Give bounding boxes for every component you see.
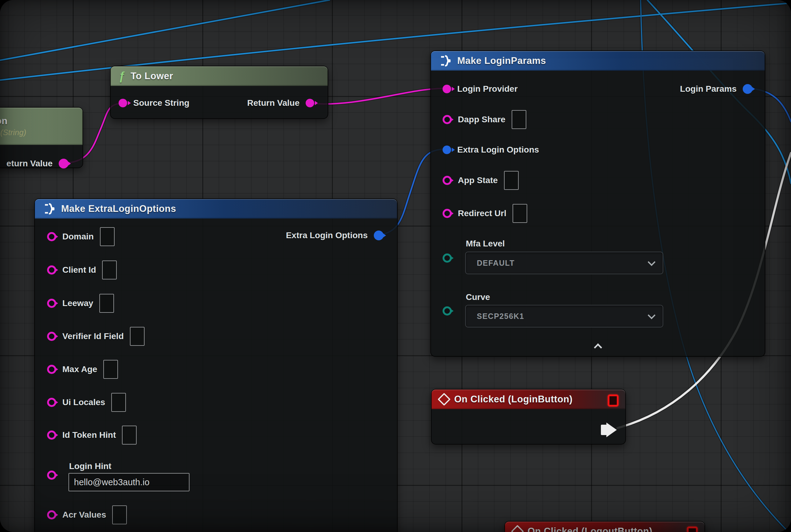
pin-label: eturn Value (6, 159, 53, 169)
extra-login-options-pin[interactable] (443, 146, 451, 154)
node-title: On Clicked (LogoutButton) (527, 526, 653, 532)
login-params-output-pin[interactable] (743, 84, 752, 94)
pin-label: Max Age (62, 364, 97, 374)
pin-label: Login Params (680, 84, 737, 94)
pin-label: Redirect Url (458, 209, 506, 218)
chevron-down-icon (648, 258, 655, 266)
return-value-pin[interactable] (306, 99, 314, 107)
client-id-pin[interactable] (47, 265, 56, 274)
login-provider-pin[interactable] (443, 85, 451, 93)
curve-dropdown[interactable]: SECP256K1 (465, 305, 663, 327)
domain-pin[interactable] (47, 232, 56, 241)
mfa-level-value: DEFAULT (477, 259, 515, 268)
pin-label: Leeway (62, 299, 93, 308)
event-icon (438, 393, 450, 406)
bound-event-icon[interactable] (607, 394, 619, 407)
redirect-url-value-field[interactable] (513, 204, 527, 223)
acr-values-pin[interactable] (47, 510, 56, 519)
pin-label: Acr Values (62, 510, 106, 520)
redirect-url-pin[interactable] (443, 209, 452, 218)
pin-label: Ui Locales (62, 397, 105, 407)
extra-login-options-output-pin[interactable] (374, 230, 384, 240)
chevron-down-icon (648, 311, 655, 319)
ui-locales-pin[interactable] (47, 398, 56, 407)
source-string-pin[interactable] (119, 99, 127, 107)
curve-value: SECP256K1 (477, 312, 524, 321)
node-get-text-partial[interactable]: tion ox (String) eturn Value (0, 107, 83, 168)
ui-locales-value-field[interactable] (111, 393, 126, 412)
leeway-value-field[interactable] (99, 294, 114, 313)
event-icon (511, 525, 524, 532)
pin-label: Return Value (247, 98, 300, 108)
max-age-value-field[interactable] (103, 360, 118, 379)
mfa-level-label: Mfa Level (466, 239, 505, 249)
login-hint-input[interactable]: hello@web3auth.io (69, 473, 190, 491)
node-onclicked-loginbutton[interactable]: On Clicked (LoginButton) (431, 389, 626, 444)
id-token-hint-pin[interactable] (47, 431, 56, 440)
leeway-pin[interactable] (47, 299, 56, 308)
pin-label: App State (458, 175, 498, 185)
login-hint-value: hello@web3auth.io (74, 477, 150, 487)
login-hint-pin[interactable] (47, 471, 56, 480)
exec-output-pin[interactable] (606, 422, 617, 437)
id-token-hint-value-field[interactable] (122, 425, 137, 444)
pin-label: Source String (133, 98, 190, 108)
wire-tolower-to-loginprovider (309, 88, 444, 104)
verifier-id-field-pin[interactable] (47, 332, 56, 341)
curve-pin[interactable] (443, 306, 452, 316)
function-icon: ƒ (119, 70, 125, 82)
node-title: On Clicked (LoginButton) (454, 394, 573, 405)
pin-label: Login Provider (457, 84, 518, 94)
node-make-extraloginoptions[interactable]: Make ExtraLoginOptions Domain Extra Logi… (34, 198, 398, 532)
pin-label: Dapp Share (458, 115, 505, 125)
node-subtitle: ox (String) (0, 128, 26, 137)
pin-label: Verifier Id Field (62, 331, 124, 341)
dapp-share-value-field[interactable] (512, 110, 526, 129)
collapse-node-button[interactable] (594, 342, 602, 350)
pin-label: Client Id (62, 265, 96, 275)
dapp-share-pin[interactable] (443, 115, 452, 124)
make-struct-icon (43, 203, 56, 215)
pin-label: Extra Login Options (286, 230, 368, 240)
max-age-pin[interactable] (47, 365, 56, 374)
graph-canvas[interactable]: tion ox (String) eturn Value ƒ To Lower … (0, 0, 791, 532)
app-state-value-field[interactable] (504, 171, 519, 190)
pin-label: Extra Login Options (457, 145, 539, 155)
node-title: Make ExtraLoginOptions (61, 203, 176, 214)
verifier-id-value-field[interactable] (130, 327, 144, 346)
pin-label: Id Token Hint (62, 430, 116, 440)
return-value-pin[interactable] (59, 159, 69, 169)
node-title: tion (0, 116, 8, 127)
make-struct-icon (439, 54, 452, 67)
login-hint-label: Login Hint (69, 461, 111, 471)
domain-value-field[interactable] (100, 227, 115, 246)
app-state-pin[interactable] (443, 176, 452, 185)
mfa-level-pin[interactable] (443, 253, 452, 263)
node-title: To Lower (131, 71, 173, 82)
node-onclicked-logoutbutton[interactable]: On Clicked (LogoutButton) (504, 521, 705, 532)
mfa-level-dropdown[interactable]: DEFAULT (465, 252, 663, 274)
node-to-lower[interactable]: ƒ To Lower Source String Return Value (110, 66, 328, 119)
client-id-value-field[interactable] (102, 261, 117, 280)
acr-values-value-field[interactable] (112, 506, 127, 524)
pin-label: Domain (62, 232, 94, 242)
curve-label: Curve (466, 292, 490, 302)
node-title: Make LoginParams (457, 55, 546, 66)
bound-event-icon[interactable] (687, 527, 698, 532)
node-make-loginparams[interactable]: Make LoginParams Login Provider Login Pa… (430, 51, 765, 357)
